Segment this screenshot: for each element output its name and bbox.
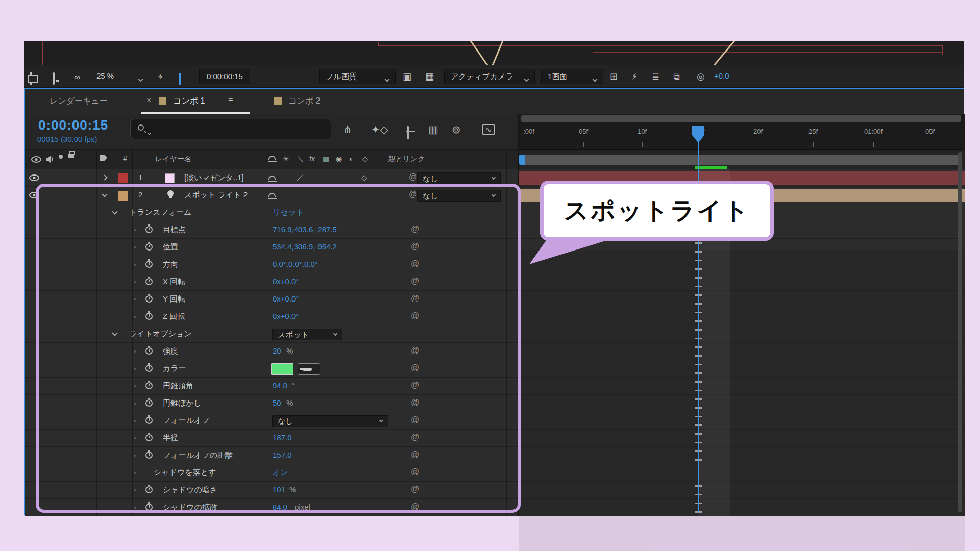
property-value[interactable]: オン bbox=[273, 468, 288, 478]
pickwhip-icon[interactable]: @ bbox=[411, 259, 419, 268]
tab-comp2[interactable]: コンポ 2 bbox=[288, 96, 320, 107]
property-row-position[interactable]: 位置 534.4,306.9,-954.2 @ bbox=[25, 239, 965, 256]
property-row-shadow-diffusion[interactable]: シャドウの拡散 84.0 pixel @ bbox=[25, 499, 965, 516]
pickwhip-icon[interactable]: @ bbox=[411, 450, 419, 459]
stopwatch-icon[interactable] bbox=[145, 382, 153, 389]
stopwatch-icon[interactable] bbox=[145, 295, 153, 303]
quality-toggle-icon[interactable]: ／ bbox=[296, 173, 304, 183]
stopwatch-icon[interactable] bbox=[145, 504, 153, 511]
view-select[interactable]: アクティブカメラ bbox=[444, 69, 535, 84]
stopwatch-icon[interactable] bbox=[145, 399, 153, 407]
vertical-scrollbar[interactable] bbox=[958, 152, 962, 512]
pixel-aspect-icon[interactable]: ⊞ bbox=[610, 70, 618, 83]
stopwatch-icon[interactable] bbox=[145, 486, 153, 493]
twirl-down-icon[interactable] bbox=[112, 209, 117, 214]
pickwhip-icon[interactable]: @ bbox=[411, 467, 419, 477]
pickwhip-icon[interactable]: @ bbox=[411, 415, 419, 424]
fast-preview-icon[interactable]: ⚡ bbox=[631, 70, 638, 83]
resolution-select[interactable]: フル画質 bbox=[319, 69, 396, 84]
twirl-down-icon[interactable] bbox=[112, 330, 117, 336]
pickwhip-icon[interactable]: @ bbox=[411, 433, 419, 442]
property-group-transform[interactable]: トランスフォーム リセット bbox=[25, 204, 965, 221]
transparency-grid-icon[interactable]: ▦ bbox=[425, 70, 434, 83]
current-timecode[interactable]: 0:00:00:15 bbox=[38, 117, 108, 133]
collapse-switch-icon[interactable]: ☀ bbox=[283, 155, 289, 163]
threed-switch-icon[interactable]: ◇ bbox=[362, 155, 368, 163]
property-value[interactable]: 716.9,403.6,-287.5 bbox=[273, 225, 337, 234]
property-row-falloff[interactable]: フォールオフ なし @ bbox=[25, 412, 965, 430]
motion-blur-switch-icon[interactable]: ◉ bbox=[336, 155, 342, 163]
eye-icon[interactable] bbox=[29, 191, 39, 201]
twirl-down-icon[interactable] bbox=[102, 191, 107, 197]
falloff-select[interactable]: なし bbox=[272, 415, 388, 427]
reset-link[interactable]: リセット bbox=[273, 208, 304, 217]
tab-render-queue[interactable]: レンダーキュー bbox=[50, 96, 108, 107]
parent-select[interactable]: なし bbox=[417, 172, 501, 184]
zoom-caret-icon[interactable] bbox=[139, 74, 142, 83]
motion-blur-icon[interactable]: ⊚ bbox=[452, 123, 461, 136]
layout-select[interactable]: 1画面 bbox=[541, 69, 603, 84]
property-row-orientation[interactable]: 方向 0.0°,0.0°,0.0° @ bbox=[25, 256, 965, 273]
pickwhip-icon[interactable]: @ bbox=[411, 277, 419, 286]
pickwhip-icon[interactable]: @ bbox=[409, 172, 417, 182]
stopwatch-icon[interactable] bbox=[145, 365, 153, 372]
property-row-anchor[interactable]: 目標点 716.9,403.6,-287.5 @ bbox=[25, 221, 965, 239]
layer-name[interactable]: [淡いマゼンタ..1] bbox=[184, 173, 244, 183]
pickwhip-icon[interactable]: @ bbox=[411, 363, 419, 372]
group-label[interactable]: トランスフォーム bbox=[129, 208, 191, 217]
pickwhip-icon[interactable]: @ bbox=[411, 502, 419, 511]
search-input[interactable] bbox=[130, 119, 331, 139]
property-row-cone-feather[interactable]: 円錐ぼかし 50 % @ bbox=[25, 395, 965, 412]
property-row-casts-shadows[interactable]: シャドウを落とす オン @ bbox=[25, 464, 965, 482]
tab-close-icon[interactable]: × bbox=[146, 96, 151, 105]
property-value[interactable]: 101 bbox=[273, 485, 285, 494]
stopwatch-icon[interactable] bbox=[145, 417, 153, 424]
property-value[interactable]: 157.0 bbox=[273, 450, 292, 459]
property-group-light-options[interactable]: ライトオプション スポット bbox=[25, 325, 965, 343]
stopwatch-icon[interactable] bbox=[145, 313, 153, 320]
pickwhip-icon[interactable]: @ bbox=[411, 242, 419, 251]
frame-blend-switch-icon[interactable]: ▥ bbox=[323, 155, 329, 163]
solid-swatch[interactable] bbox=[165, 173, 175, 183]
property-value[interactable]: 0.0°,0.0°,0.0° bbox=[273, 260, 318, 268]
mask-visibility-icon[interactable] bbox=[179, 70, 181, 83]
graph-editor-icon[interactable]: ∿ bbox=[482, 124, 495, 135]
property-row-radius[interactable]: 半径 187.0 @ bbox=[25, 430, 965, 447]
property-row-z-rotation[interactable]: Z 回転 0x+0.0° @ bbox=[25, 308, 965, 325]
property-value[interactable]: 187.0 bbox=[273, 433, 292, 442]
layer-name-column-header[interactable]: レイヤー名 bbox=[155, 155, 191, 164]
pickwhip-icon[interactable]: @ bbox=[411, 224, 419, 234]
flowchart-icon[interactable]: ⧉ bbox=[673, 70, 680, 83]
property-value[interactable]: 84.0 bbox=[273, 503, 287, 511]
tab-comp1-menu-icon[interactable]: ≡ bbox=[228, 96, 233, 105]
pickwhip-icon[interactable]: @ bbox=[409, 190, 417, 199]
exposure-reset-icon[interactable]: ◎ bbox=[697, 70, 705, 83]
stopwatch-icon[interactable] bbox=[145, 261, 153, 268]
property-value[interactable]: 0x+0.0° bbox=[273, 312, 299, 320]
fx-switch-icon[interactable]: fx bbox=[309, 155, 315, 163]
threed-toggle-icon[interactable]: ◇ bbox=[361, 173, 368, 182]
light-color-swatch[interactable] bbox=[271, 363, 293, 375]
property-row-cone-angle[interactable]: 円錐頂角 94.0 ° @ bbox=[25, 378, 965, 395]
stopwatch-icon[interactable] bbox=[145, 434, 153, 441]
target-region-icon[interactable]: ▣ bbox=[403, 70, 411, 83]
stopwatch-icon[interactable] bbox=[145, 243, 153, 251]
parent-link-column-header[interactable]: 親とリンク bbox=[388, 155, 425, 164]
index-column-header[interactable]: # bbox=[123, 155, 127, 163]
property-value[interactable]: 0x+0.0° bbox=[273, 294, 299, 303]
label-color-chip[interactable] bbox=[118, 191, 128, 201]
audio-column-icon[interactable] bbox=[45, 149, 55, 165]
pickwhip-icon[interactable]: @ bbox=[411, 485, 419, 494]
twirl-right-icon[interactable] bbox=[102, 174, 107, 180]
timeline-navigator-bar[interactable] bbox=[521, 115, 961, 122]
property-value[interactable]: 20 bbox=[273, 346, 281, 355]
hide-shy-layers-icon[interactable] bbox=[407, 121, 409, 134]
eye-icon[interactable] bbox=[29, 174, 39, 183]
exposure-value[interactable]: +0.0 bbox=[714, 71, 729, 80]
property-row-shadow-darkness[interactable]: シャドウの暗さ 101 % @ bbox=[25, 482, 965, 499]
property-row-y-rotation[interactable]: Y 回転 0x+0.0° @ bbox=[25, 291, 965, 308]
stopwatch-icon[interactable] bbox=[145, 226, 153, 233]
toolbar-timecode-box[interactable]: 0:00:00:15 bbox=[199, 69, 250, 84]
timeline-panel-icon[interactable]: ≣ bbox=[652, 70, 659, 83]
property-value[interactable]: 50 bbox=[273, 398, 281, 407]
